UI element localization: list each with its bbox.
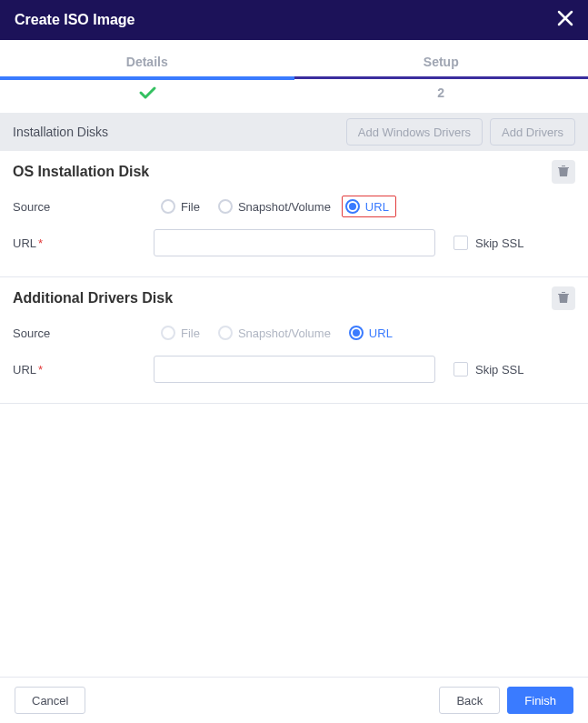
modal-footer: Cancel Back Finish <box>0 677 588 723</box>
cancel-button[interactable]: Cancel <box>15 687 85 714</box>
wizard-steps: Details Setup 2 <box>0 55 588 107</box>
radio-icon <box>161 326 175 340</box>
url-label: URL <box>13 363 154 377</box>
delete-drivers-disk-button[interactable] <box>552 286 575 310</box>
additional-drivers-disk-title: Additional Drivers Disk <box>13 290 575 306</box>
installation-disks-label: Installation Disks <box>13 125 108 139</box>
os-url-input[interactable] <box>154 229 435 256</box>
wizard-step-label: Setup <box>294 55 589 76</box>
modal-header: Create ISO Image <box>0 0 588 40</box>
trash-icon <box>558 165 569 180</box>
wizard-step-setup[interactable]: Setup 2 <box>294 55 589 107</box>
radio-label: URL <box>365 200 389 214</box>
installation-disks-bar: Installation Disks Add Windows Drivers A… <box>0 113 588 151</box>
drivers-skip-ssl-checkbox[interactable] <box>453 362 468 377</box>
radio-icon <box>349 326 364 340</box>
os-source-radio-snapshot[interactable]: Snapshot/Volume <box>211 196 338 217</box>
os-source-radio-url[interactable]: URL <box>342 196 396 217</box>
finish-button[interactable]: Finish <box>507 687 573 714</box>
os-source-radio-group: File Snapshot/Volume URL <box>154 196 396 217</box>
drivers-source-radio-group: File Snapshot/Volume URL <box>154 322 400 344</box>
add-drivers-button[interactable]: Add Drivers <box>490 118 575 146</box>
radio-icon <box>218 326 233 340</box>
additional-drivers-disk-panel: Additional Drivers Disk Source File Snap… <box>0 277 588 404</box>
wizard-step-indicator <box>0 80 294 107</box>
radio-icon <box>345 199 360 214</box>
source-label: Source <box>13 326 154 340</box>
wizard-step-indicator: 2 <box>294 79 589 106</box>
drivers-source-radio-file[interactable]: File <box>154 322 207 344</box>
url-label: URL <box>13 236 154 250</box>
close-icon[interactable] <box>557 10 573 30</box>
add-windows-drivers-button[interactable]: Add Windows Drivers <box>346 118 483 146</box>
drivers-url-input[interactable] <box>154 356 435 383</box>
os-source-radio-file[interactable]: File <box>154 196 207 217</box>
radio-label: Snapshot/Volume <box>238 200 331 214</box>
delete-os-disk-button[interactable] <box>552 160 575 184</box>
drivers-source-radio-snapshot[interactable]: Snapshot/Volume <box>211 322 338 344</box>
source-label: Source <box>13 200 154 214</box>
os-skip-ssl-label[interactable]: Skip SSL <box>475 236 523 250</box>
wizard-step-details[interactable]: Details <box>0 55 294 107</box>
check-icon <box>136 82 158 106</box>
radio-label: Snapshot/Volume <box>238 326 331 340</box>
os-installation-disk-panel: OS Installation Disk Source File Snapsho… <box>0 151 588 277</box>
radio-icon <box>161 199 175 214</box>
trash-icon <box>558 291 569 306</box>
radio-icon <box>218 199 233 214</box>
wizard-step-label: Details <box>0 55 294 76</box>
modal-title: Create ISO Image <box>15 12 135 28</box>
radio-label: File <box>181 200 200 214</box>
drivers-source-radio-url[interactable]: URL <box>342 322 400 344</box>
os-installation-disk-title: OS Installation Disk <box>13 164 575 180</box>
os-skip-ssl-checkbox[interactable] <box>453 236 468 250</box>
radio-label: URL <box>369 326 393 340</box>
drivers-skip-ssl-label[interactable]: Skip SSL <box>475 363 523 377</box>
back-button[interactable]: Back <box>439 687 500 714</box>
radio-label: File <box>181 326 200 340</box>
